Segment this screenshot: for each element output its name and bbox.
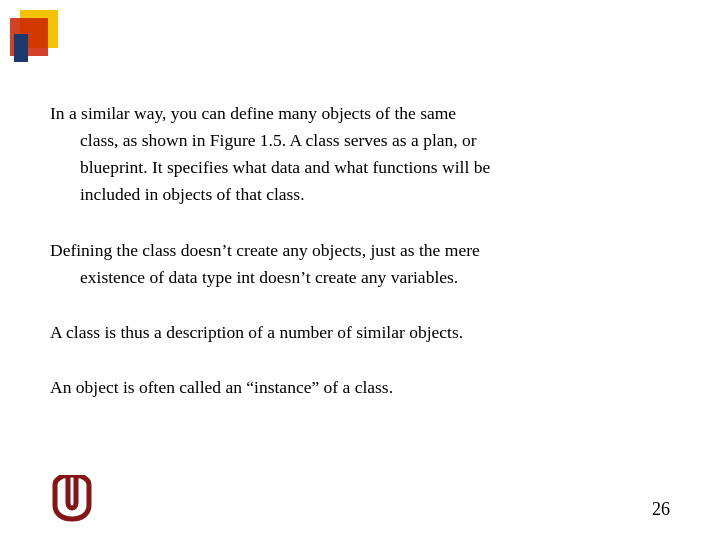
ou-logo-svg [50, 475, 100, 530]
paragraph-2-text: Defining the class doesn’t create any ob… [50, 237, 670, 291]
paragraph-1-text: In a similar way, you can define many ob… [50, 100, 670, 209]
blue-square [14, 34, 28, 62]
ou-logo [50, 475, 100, 530]
paragraph-2: Defining the class doesn’t create any ob… [50, 237, 670, 291]
paragraph-1: In a similar way, you can define many ob… [50, 100, 670, 209]
decoration-squares [10, 10, 70, 70]
slide-content: In a similar way, you can define many ob… [50, 100, 670, 401]
paragraph-3: A class is thus a description of a numbe… [50, 319, 670, 346]
paragraph-4-text: An object is often called an “instance” … [50, 374, 670, 401]
paragraph-3-text: A class is thus a description of a numbe… [50, 319, 670, 346]
paragraph-4: An object is often called an “instance” … [50, 374, 670, 401]
page-number: 26 [652, 499, 670, 520]
slide: In a similar way, you can define many ob… [0, 0, 720, 540]
